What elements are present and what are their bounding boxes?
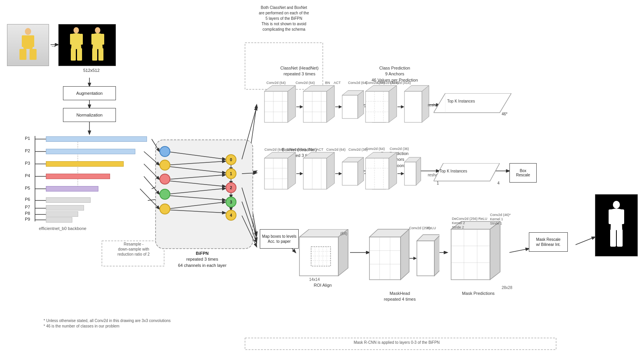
svg-rect-68 xyxy=(70,34,73,45)
svg-rect-62 xyxy=(30,49,37,60)
p3-label: P3 xyxy=(25,161,30,165)
svg-marker-123 xyxy=(327,152,334,189)
topk-box-label: Top K Instances xyxy=(439,169,467,173)
bottom-note-1: * Unless otherwise stated, all Conv2d in… xyxy=(44,319,171,323)
p5-bar xyxy=(46,186,98,192)
svg-rect-66 xyxy=(71,48,76,61)
augmented-image xyxy=(58,24,116,66)
mask-rescale-box: Mask Rescale w/ Bilinear Int. xyxy=(529,232,568,252)
p9-bar xyxy=(46,217,72,223)
svg-marker-166 xyxy=(434,235,439,276)
roi-size-label: 14x14 xyxy=(309,277,320,282)
svg-rect-178 xyxy=(620,209,624,224)
size-label: 512x512 xyxy=(72,68,111,73)
roi-feat-label: (64) xyxy=(340,232,347,236)
svg-marker-169 xyxy=(490,221,500,280)
bifpn-out-3: 3 xyxy=(226,197,236,207)
svg-marker-143 xyxy=(416,157,421,185)
svg-rect-75 xyxy=(264,91,288,122)
svg-rect-100 xyxy=(366,91,389,122)
roi-align-label: ROI Align xyxy=(303,283,342,287)
topk-class-shape xyxy=(434,93,511,115)
p6-bar xyxy=(46,197,91,203)
bifpn-out-4: 4 xyxy=(226,210,236,221)
bifpn-note: Both ClassNet and BoxNet are performed o… xyxy=(246,5,322,32)
bifpn-node-y2 xyxy=(159,204,170,214)
p1-label: P1 xyxy=(25,136,30,141)
p8-label: P8 xyxy=(25,211,30,216)
svg-rect-64 xyxy=(30,35,34,47)
bifpn-out-2: 2 xyxy=(226,182,236,193)
p2-bar xyxy=(46,149,135,154)
svg-marker-102 xyxy=(389,85,397,122)
p9-label: P9 xyxy=(25,217,30,221)
svg-rect-113 xyxy=(264,158,288,189)
p3-bar xyxy=(46,161,124,167)
svg-rect-63 xyxy=(22,35,26,47)
p4-label: P4 xyxy=(25,173,30,178)
box-rescale-box: Box Rescale xyxy=(509,163,537,183)
mask-size-label: 28x28 xyxy=(502,286,512,290)
svg-rect-177 xyxy=(609,209,612,224)
svg-point-174 xyxy=(613,201,620,209)
svg-rect-164 xyxy=(417,241,434,276)
bifpn-title: BiFPN repeated 3 times 64 channels in ea… xyxy=(163,251,241,268)
p2-label: P2 xyxy=(25,148,30,153)
input-image xyxy=(7,24,49,66)
class-46-label: 46* xyxy=(502,112,508,116)
svg-rect-85 xyxy=(303,91,327,122)
bifpn-node-green xyxy=(159,189,170,200)
bifpn-out-1: 1 xyxy=(226,168,236,179)
bifpn-node-blue xyxy=(159,146,170,157)
backbone-label: efficientnet_b0 backbone xyxy=(39,226,86,231)
mask-pred-cubes xyxy=(447,219,525,286)
normalization-label: Normalization xyxy=(76,113,102,117)
svg-point-65 xyxy=(74,27,79,33)
bottom-note-2: * 46 is the number of classes in our pro… xyxy=(44,324,119,328)
output-image xyxy=(595,194,638,256)
resample-note: Resample - down-sample with reduction ra… xyxy=(103,242,164,257)
svg-rect-93 xyxy=(342,95,358,118)
svg-rect-175 xyxy=(610,229,616,247)
bifpn-node-red xyxy=(159,174,170,185)
svg-rect-69 xyxy=(80,34,83,45)
mask-predictions-title: Mask Predictions xyxy=(455,291,502,296)
svg-line-29 xyxy=(576,237,595,245)
diagram-container: → 512x512 Augmentation Normalization P1 xyxy=(0,0,644,357)
p8-bar xyxy=(46,211,78,217)
mask-deconv-label: DeConv2d (256) Kernel 2 Stride 2 xyxy=(452,217,478,229)
box-val-4: 4 xyxy=(497,181,500,185)
maskhead-title: MaskHead repeated 4 times xyxy=(373,291,427,303)
svg-rect-121 xyxy=(303,158,327,189)
normalization-box: Normalization xyxy=(63,108,116,122)
classnet-title: ClassNet (HeadNet) repeated 3 times xyxy=(272,65,327,77)
svg-rect-127 xyxy=(342,162,358,185)
svg-marker-87 xyxy=(327,85,334,122)
svg-rect-108 xyxy=(404,91,422,122)
p5-label: P5 xyxy=(25,186,30,190)
svg-rect-67 xyxy=(77,48,82,61)
svg-rect-71 xyxy=(92,48,97,61)
p6-label: P6 xyxy=(25,197,30,202)
svg-rect-74 xyxy=(101,34,104,45)
svg-rect-167 xyxy=(451,229,490,280)
svg-rect-176 xyxy=(617,229,623,247)
input-to-augmented-arrow: → xyxy=(51,43,57,50)
svg-point-59 xyxy=(25,28,31,35)
p7-bar xyxy=(46,205,84,211)
augmentation-box: Augmentation xyxy=(63,86,116,100)
svg-point-70 xyxy=(95,27,100,33)
mask-relu2-label: ReLU xyxy=(478,217,487,221)
mask-conv-label: Conv2d (46)* Kernel 1 Stride 1 xyxy=(490,213,511,225)
map-boxes-box: Map boxes to levels Acc. to paper xyxy=(260,229,299,249)
p4-bar xyxy=(46,174,110,179)
maskhead-cubes xyxy=(366,225,439,287)
svg-marker-147 xyxy=(338,229,348,276)
augmentation-label: Augmentation xyxy=(76,91,103,96)
svg-rect-141 xyxy=(404,162,416,185)
svg-marker-136 xyxy=(389,152,397,189)
box-val-1: 1 xyxy=(437,181,439,185)
p1-bar xyxy=(46,136,147,142)
mask-rcnn-note: Mask R-CNN is applied to layers 0-3 of t… xyxy=(338,340,455,345)
topk-class-label: Top K Instances xyxy=(447,99,475,103)
